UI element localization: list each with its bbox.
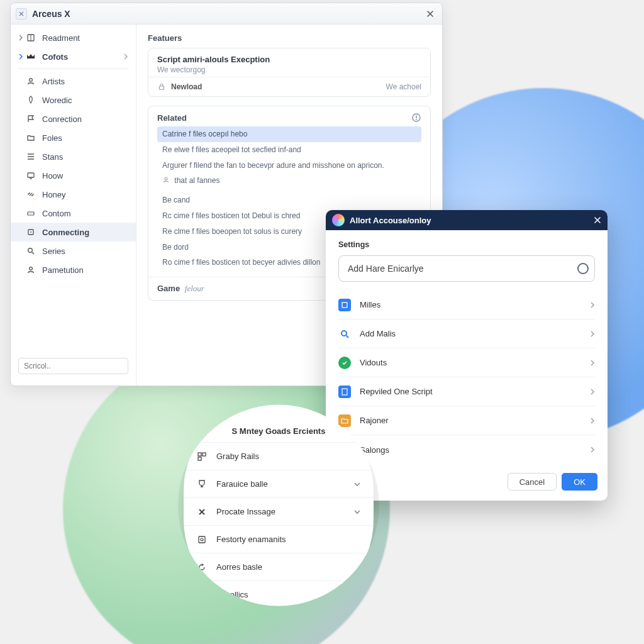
log-line[interactable]: Catrine f files ocepıl hebo [157,126,421,142]
svg-rect-2 [28,173,34,177]
user-icon [26,76,36,86]
chevron-right-icon [123,53,128,60]
feature-card-title: Script amiri-alouls Execption [157,55,421,64]
sidebar-item-label: Contom [42,209,71,218]
person-icon [26,265,36,275]
menu-item-label: Aorres basle [216,562,262,572]
document-icon [338,386,351,398]
sidebar-item-conrection[interactable]: Conrection [11,109,136,128]
check-icon [338,357,351,369]
folder-icon [26,133,36,143]
chevron-right-icon [590,446,595,453]
main-close-button[interactable] [423,7,437,21]
svg-rect-8 [160,86,164,90]
sidebar-item-label: Woredic [42,96,72,105]
sidebar-separator [18,69,128,69]
settings-row-label: Repviled One Script [360,387,433,396]
svg-point-5 [30,231,31,233]
chevron-right-icon [18,53,25,60]
chevron-right-icon [590,330,595,338]
modal-search-input[interactable] [338,255,595,282]
settings-row-rajoner[interactable]: Rajoner [338,406,595,435]
svg-rect-16 [203,453,206,456]
svg-point-7 [30,267,33,270]
settings-modal: Allort Accouse/onloy Settings Milles Add… [326,210,608,501]
log-line[interactable]: Re elwe f files aceopeil tot secfied inf… [157,142,421,158]
modal-titlebar: Allort Accouse/onloy [326,210,608,230]
close-icon [196,506,208,518]
sidebar-item-readment[interactable]: Readment [11,28,136,47]
modal-close-button[interactable] [594,216,601,224]
sidebar-item-stans[interactable]: Stans [11,147,136,166]
settings-row-vidouts[interactable]: Vidouts [338,348,595,377]
sidebar-item-contom[interactable]: Contom [11,204,136,223]
settings-row-label: Add Malis [360,329,396,338]
related-heading: Related [157,113,187,123]
chevron-down-icon [353,482,361,487]
cancel-button[interactable]: Cancel [508,473,557,491]
feature-card-footer-right: We achoel [386,82,421,91]
sidebar-item-series[interactable]: Series [11,242,136,260]
svg-point-11 [165,177,167,180]
grid-icon [196,451,208,462]
main-titlebar: Arceus X [11,3,442,25]
chevron-right-icon [590,359,595,367]
app-title: Arceus X [32,9,70,19]
menu-item-label: Graby Rails [216,452,259,461]
flag-icon [26,114,36,124]
settings-row-mailles[interactable]: Milles [338,291,595,319]
sidebar-search-input[interactable] [18,358,128,374]
lock-icon [157,82,166,91]
log-line[interactable]: that al fannes [157,173,421,189]
book-icon [26,33,36,43]
menu-item-graby[interactable]: Graby Rails [184,442,374,470]
sidebar-item-honey[interactable]: Honey [11,185,136,204]
svg-rect-15 [198,453,201,456]
menu-item-label: Procate Inssage [216,507,275,516]
menu-item-festorty[interactable]: Festorty enamanits [184,525,374,553]
feature-card-subtitle: We wectorgog [157,65,421,74]
menu-item-aorres[interactable]: Aorres basle [184,553,374,580]
sidebar-item-conmecting[interactable]: Conmecting [11,223,136,242]
trophy-icon [196,479,208,490]
svg-point-6 [28,248,33,253]
sidebar-item-artists[interactable]: Artists [11,72,136,91]
settings-row-label: Vidouts [360,358,387,367]
menu-item-farauice[interactable]: Farauice balle [184,470,374,497]
svg-point-1 [30,79,33,82]
settings-row-add-malis[interactable]: Add Malis [338,319,595,348]
sidebar-item-woredic[interactable]: Woredic [11,91,136,109]
sidebar-item-cofots[interactable]: Cofots [11,47,136,66]
svg-rect-17 [198,457,201,460]
modal-section-heading: Settings [338,240,595,249]
sidebar-item-label: Conrection [42,114,82,124]
ok-button[interactable]: OK [562,473,597,491]
sidebar-item-pametution[interactable]: Pametution [11,260,136,279]
modal-title: Allort Accouse/onloy [350,216,431,225]
settings-row-salongs[interactable]: Salongs [338,435,595,464]
sidebar-item-foles[interactable]: Foles [11,128,136,147]
link-icon [26,189,36,199]
app-logo-icon [16,8,27,19]
sidebar-item-label: Foles [42,133,62,143]
settings-row-script[interactable]: Repviled One Script [338,377,595,406]
settings-list: Milles Add Malis Vidouts Repviled One Sc… [338,291,595,464]
folder-icon [338,414,351,427]
menu-item-procate[interactable]: Procate Inssage [184,497,374,525]
menu-item-label: Farauice balle [216,479,268,489]
sidebar-item-label: Hoow [42,171,63,180]
search-icon [577,263,589,274]
log-line[interactable]: Argurer f filend the fan to becevpr adur… [157,158,421,174]
sidebar-item-label: Conmecting [42,228,89,237]
app-icon [338,299,351,311]
log-line[interactable]: Be cand [157,192,421,208]
chevron-right-icon [590,388,595,396]
sidebar-item-hoow[interactable]: Hoow [11,166,136,185]
chevron-right-icon [590,417,595,425]
sidebar-item-label: Stans [42,152,63,162]
modal-logo-icon [332,214,345,226]
monitor-icon [26,170,36,180]
sidebar: Readment Cofots Artists [11,25,136,386]
feature-card-footer-left: Newload [171,82,202,91]
sidebar-item-label: Artists [42,77,65,86]
